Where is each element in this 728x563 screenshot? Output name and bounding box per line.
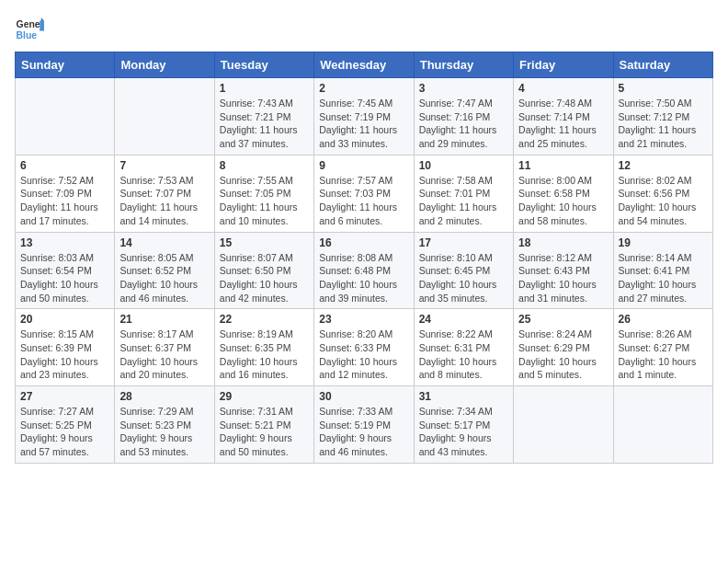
day-number: 6 [20, 159, 109, 172]
sunrise-text: Sunrise: 8:12 AMSunset: 6:43 PMDaylight:… [518, 252, 597, 304]
day-number: 3 [419, 82, 508, 95]
day-number: 15 [220, 236, 309, 249]
day-number: 20 [20, 313, 109, 326]
day-number: 27 [20, 390, 109, 403]
day-number: 31 [419, 390, 508, 403]
sunrise-text: Sunrise: 8:14 AMSunset: 6:41 PMDaylight:… [619, 252, 697, 304]
day-number: 7 [119, 159, 209, 172]
calendar-cell: 15Sunrise: 8:07 AMSunset: 6:50 PMDayligh… [214, 232, 313, 309]
calendar-cell: 21Sunrise: 8:17 AMSunset: 6:37 PMDayligh… [115, 309, 214, 386]
sunrise-text: Sunrise: 8:07 AMSunset: 6:50 PMDaylight:… [220, 252, 298, 304]
calendar-cell: 28Sunrise: 7:29 AMSunset: 5:23 PMDayligh… [115, 386, 214, 464]
calendar-week-row: 6Sunrise: 7:52 AMSunset: 7:09 PMDaylight… [16, 155, 713, 232]
calendar-cell: 18Sunrise: 8:12 AMSunset: 6:43 PMDayligh… [514, 232, 613, 309]
day-number: 9 [319, 159, 408, 172]
weekday-header: Wednesday [314, 52, 414, 78]
calendar-cell: 13Sunrise: 8:03 AMSunset: 6:54 PMDayligh… [16, 232, 115, 309]
calendar-cell: 24Sunrise: 8:22 AMSunset: 6:31 PMDayligh… [414, 309, 513, 386]
svg-text:Blue: Blue [17, 30, 38, 40]
day-number: 26 [619, 313, 708, 326]
calendar-cell: 14Sunrise: 8:05 AMSunset: 6:52 PMDayligh… [115, 232, 214, 309]
calendar-cell: 22Sunrise: 8:19 AMSunset: 6:35 PMDayligh… [214, 309, 313, 386]
calendar-cell: 1Sunrise: 7:43 AMSunset: 7:21 PMDaylight… [214, 78, 313, 155]
calendar-cell: 2Sunrise: 7:45 AMSunset: 7:19 PMDaylight… [314, 78, 414, 155]
calendar-cell [115, 78, 214, 155]
sunrise-text: Sunrise: 8:20 AMSunset: 6:33 PMDaylight:… [319, 328, 397, 380]
calendar-cell: 3Sunrise: 7:47 AMSunset: 7:16 PMDaylight… [414, 78, 513, 155]
day-number: 18 [518, 236, 608, 249]
calendar-cell [514, 386, 613, 464]
calendar-cell: 27Sunrise: 7:27 AMSunset: 5:25 PMDayligh… [16, 386, 115, 464]
sunrise-text: Sunrise: 8:15 AMSunset: 6:39 PMDaylight:… [20, 328, 98, 380]
day-number: 11 [518, 159, 608, 172]
calendar-cell: 17Sunrise: 8:10 AMSunset: 6:45 PMDayligh… [414, 232, 513, 309]
calendar-cell: 23Sunrise: 8:20 AMSunset: 6:33 PMDayligh… [314, 309, 414, 386]
weekday-header: Thursday [414, 52, 513, 78]
day-number: 24 [419, 313, 508, 326]
calendar-cell [613, 386, 712, 464]
logo-icon: General Blue [15, 15, 44, 44]
sunrise-text: Sunrise: 7:57 AMSunset: 7:03 PMDaylight:… [319, 175, 397, 226]
sunrise-text: Sunrise: 7:53 AMSunset: 7:07 PMDaylight:… [119, 175, 198, 226]
day-number: 14 [119, 236, 209, 249]
weekday-header: Sunday [16, 52, 115, 78]
sunrise-text: Sunrise: 8:03 AMSunset: 6:54 PMDaylight:… [20, 252, 98, 304]
sunrise-text: Sunrise: 8:08 AMSunset: 6:48 PMDaylight:… [319, 252, 397, 304]
sunrise-text: Sunrise: 7:52 AMSunset: 7:09 PMDaylight:… [20, 175, 98, 226]
calendar-week-row: 20Sunrise: 8:15 AMSunset: 6:39 PMDayligh… [16, 309, 713, 386]
calendar-cell: 11Sunrise: 8:00 AMSunset: 6:58 PMDayligh… [514, 155, 613, 232]
day-number: 22 [220, 313, 309, 326]
calendar-cell: 7Sunrise: 7:53 AMSunset: 7:07 PMDaylight… [115, 155, 214, 232]
sunrise-text: Sunrise: 8:22 AMSunset: 6:31 PMDaylight:… [419, 328, 497, 380]
calendar-cell: 20Sunrise: 8:15 AMSunset: 6:39 PMDayligh… [16, 309, 115, 386]
day-number: 23 [319, 313, 408, 326]
sunrise-text: Sunrise: 7:43 AMSunset: 7:21 PMDaylight:… [220, 98, 298, 149]
weekday-header: Tuesday [214, 52, 313, 78]
calendar-cell: 16Sunrise: 8:08 AMSunset: 6:48 PMDayligh… [314, 232, 414, 309]
day-number: 4 [518, 82, 608, 95]
calendar-cell: 8Sunrise: 7:55 AMSunset: 7:05 PMDaylight… [214, 155, 313, 232]
calendar-cell: 9Sunrise: 7:57 AMSunset: 7:03 PMDaylight… [314, 155, 414, 232]
sunrise-text: Sunrise: 7:50 AMSunset: 7:12 PMDaylight:… [619, 98, 697, 149]
calendar-cell: 4Sunrise: 7:48 AMSunset: 7:14 PMDaylight… [514, 78, 613, 155]
calendar-cell: 19Sunrise: 8:14 AMSunset: 6:41 PMDayligh… [613, 232, 712, 309]
svg-marker-2 [40, 20, 44, 30]
calendar-cell: 31Sunrise: 7:34 AMSunset: 5:17 PMDayligh… [414, 386, 513, 464]
page-header: General Blue [15, 15, 713, 44]
sunrise-text: Sunrise: 8:19 AMSunset: 6:35 PMDaylight:… [220, 328, 298, 380]
day-number: 28 [119, 390, 209, 403]
sunrise-text: Sunrise: 7:33 AMSunset: 5:19 PMDaylight:… [319, 406, 392, 457]
calendar-cell: 25Sunrise: 8:24 AMSunset: 6:29 PMDayligh… [514, 309, 613, 386]
sunrise-text: Sunrise: 7:48 AMSunset: 7:14 PMDaylight:… [518, 98, 597, 149]
sunrise-text: Sunrise: 8:24 AMSunset: 6:29 PMDaylight:… [518, 328, 597, 380]
calendar-cell: 5Sunrise: 7:50 AMSunset: 7:12 PMDaylight… [613, 78, 712, 155]
weekday-header: Saturday [613, 52, 712, 78]
sunrise-text: Sunrise: 8:02 AMSunset: 6:56 PMDaylight:… [619, 175, 697, 226]
day-number: 29 [220, 390, 309, 403]
sunrise-text: Sunrise: 8:05 AMSunset: 6:52 PMDaylight:… [119, 252, 198, 304]
sunrise-text: Sunrise: 8:26 AMSunset: 6:27 PMDaylight:… [619, 328, 697, 380]
weekday-header: Monday [115, 52, 214, 78]
sunrise-text: Sunrise: 7:27 AMSunset: 5:25 PMDaylight:… [20, 406, 94, 457]
logo: General Blue [15, 15, 44, 44]
day-number: 21 [119, 313, 209, 326]
day-number: 2 [319, 82, 408, 95]
day-number: 25 [518, 313, 608, 326]
calendar-week-row: 1Sunrise: 7:43 AMSunset: 7:21 PMDaylight… [16, 78, 713, 155]
sunrise-text: Sunrise: 7:34 AMSunset: 5:17 PMDaylight:… [419, 406, 493, 457]
calendar-cell: 26Sunrise: 8:26 AMSunset: 6:27 PMDayligh… [613, 309, 712, 386]
day-number: 30 [319, 390, 408, 403]
calendar-week-row: 27Sunrise: 7:27 AMSunset: 5:25 PMDayligh… [16, 386, 713, 464]
calendar-cell: 30Sunrise: 7:33 AMSunset: 5:19 PMDayligh… [314, 386, 414, 464]
sunrise-text: Sunrise: 7:31 AMSunset: 5:21 PMDaylight:… [220, 406, 293, 457]
weekday-header: Friday [514, 52, 613, 78]
day-number: 16 [319, 236, 408, 249]
sunrise-text: Sunrise: 7:45 AMSunset: 7:19 PMDaylight:… [319, 98, 397, 149]
day-number: 8 [220, 159, 309, 172]
sunrise-text: Sunrise: 8:17 AMSunset: 6:37 PMDaylight:… [119, 328, 198, 380]
sunrise-text: Sunrise: 7:29 AMSunset: 5:23 PMDaylight:… [119, 406, 193, 457]
day-number: 17 [419, 236, 508, 249]
sunrise-text: Sunrise: 7:55 AMSunset: 7:05 PMDaylight:… [220, 175, 298, 226]
calendar-cell: 29Sunrise: 7:31 AMSunset: 5:21 PMDayligh… [214, 386, 313, 464]
calendar-cell: 6Sunrise: 7:52 AMSunset: 7:09 PMDaylight… [16, 155, 115, 232]
